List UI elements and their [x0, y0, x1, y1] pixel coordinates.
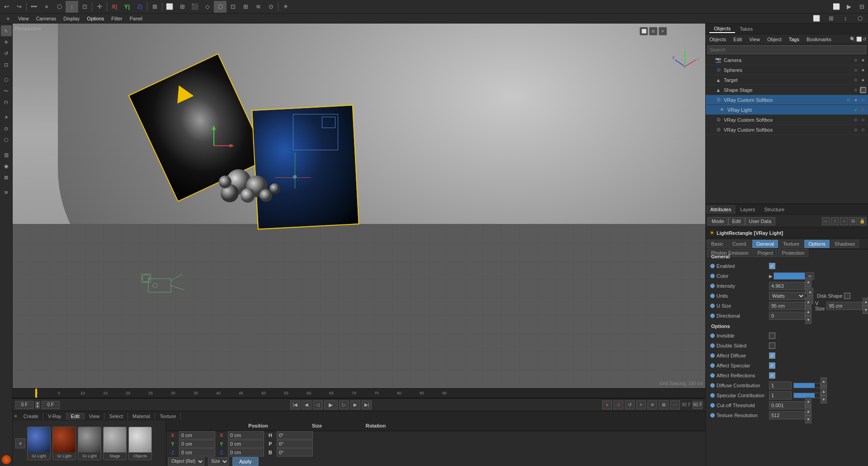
rot-b-input[interactable]	[277, 448, 313, 456]
end-frame-btn[interactable]: 90 F	[693, 401, 703, 409]
menu-filter[interactable]: Filter	[108, 15, 126, 22]
vp-close-btn[interactable]: ✕	[659, 27, 667, 35]
left-mat-btn[interactable]: ◉	[1, 161, 12, 171]
layout-btn4[interactable]: ⬡	[854, 13, 866, 24]
left-scene-btn[interactable]: ⬡	[1, 134, 12, 145]
record-btn[interactable]: ●	[602, 400, 612, 409]
obj-item-camera[interactable]: 📷 Camera ⊙ ■	[706, 55, 868, 65]
render-region[interactable]: ⊞	[176, 1, 189, 13]
co-up[interactable]: ▲	[805, 397, 811, 405]
redo-btn[interactable]: ↪	[13, 1, 25, 13]
go-end-btn[interactable]: ▶|	[362, 400, 372, 409]
render-shade[interactable]: ⬡	[214, 1, 226, 13]
enabled-checkbox[interactable]	[769, 263, 775, 269]
timeline-mode-btn[interactable]: ≋	[647, 400, 657, 409]
attr-fwd-btn[interactable]: →	[840, 217, 848, 225]
pos-x-input[interactable]	[179, 431, 215, 439]
tab-vray[interactable]: V-Ray	[43, 413, 66, 420]
attr-back-btn[interactable]: ←	[822, 217, 830, 225]
axis-x[interactable]: X|	[108, 1, 121, 13]
vsb1-dot-btn[interactable]: ⊙	[860, 97, 866, 103]
om-bookmarks[interactable]: Bookmarks	[803, 36, 835, 43]
attr-mode-btn[interactable]: Mode	[708, 217, 728, 225]
dir-down[interactable]: ▼	[805, 316, 811, 324]
cutoff-radio[interactable]	[710, 403, 715, 408]
tab-texture[interactable]: Texture	[155, 413, 181, 420]
layout-btn1[interactable]: ⬜	[810, 13, 823, 24]
units-up[interactable]: ▲	[807, 288, 813, 296]
render-sym[interactable]: ⊞	[239, 1, 252, 13]
tab-material[interactable]: Material	[128, 413, 155, 420]
next-key-btn[interactable]: ▷	[339, 400, 349, 409]
color-radio[interactable]	[710, 274, 715, 278]
doublesided-radio[interactable]	[710, 343, 715, 348]
left-select-btn[interactable]: ↖	[1, 25, 12, 36]
om-tags[interactable]: Tags	[785, 36, 803, 43]
om-edit[interactable]: Edit	[730, 36, 745, 43]
tab-objects[interactable]: Objects	[709, 25, 735, 33]
diffusecont-radio[interactable]	[710, 383, 715, 388]
left-cam-btn[interactable]: ⊙	[1, 123, 12, 134]
obj-item-vray-light[interactable]: ☀ VRay Light ✓ ⊙	[706, 105, 868, 115]
tab-view[interactable]: View	[85, 413, 105, 420]
refresh-icon[interactable]: ↺	[863, 37, 866, 42]
prev-frame-btn[interactable]: ◀	[302, 400, 311, 409]
enabled-radio[interactable]	[710, 264, 715, 268]
center-viewport[interactable]: Perspective Grid Spacing: 100 cm Y X Z	[13, 24, 705, 388]
axis-z[interactable]: Z|	[133, 1, 146, 13]
coord-system-select[interactable]: Object (Rel)	[168, 457, 204, 466]
target-lock-btn[interactable]: ■	[860, 77, 866, 83]
obj-item-vray-softbox-1[interactable]: ⊙ VRay Custom Softbox ⊙ ■ ⊙	[706, 95, 868, 105]
vp-expand-btn[interactable]: ⬜	[640, 27, 648, 35]
snap-tool[interactable]: ⊠	[148, 1, 161, 13]
mode-points[interactable]: •••	[28, 1, 40, 13]
tr-down[interactable]: ▼	[805, 415, 811, 423]
left-spline-btn[interactable]: 〜	[1, 86, 12, 96]
tab-select[interactable]: Select	[104, 413, 128, 420]
doublesided-checkbox[interactable]	[769, 342, 775, 349]
affectdiffuse-radio[interactable]	[710, 353, 715, 358]
affectdiffuse-checkbox[interactable]	[769, 352, 775, 359]
invisible-radio[interactable]	[710, 333, 715, 338]
attr-tab-layers[interactable]: Layers	[736, 205, 760, 214]
attr-edit-btn[interactable]: Edit	[728, 217, 745, 225]
tab-edit[interactable]: Edit	[66, 413, 85, 420]
subtab-basic[interactable]: Basic	[707, 240, 727, 248]
left-anim-btn[interactable]: ≋	[1, 187, 12, 198]
directional-radio[interactable]	[710, 314, 715, 318]
om-view[interactable]: View	[745, 36, 764, 43]
usize-up[interactable]: ▲	[805, 298, 811, 306]
vsize-up[interactable]: ▲	[863, 298, 868, 306]
tab-takes[interactable]: Takes	[735, 25, 757, 33]
vsb3-dot-btn[interactable]: ⊙	[860, 127, 866, 133]
light-btn[interactable]: ☀	[279, 1, 292, 13]
frame-down-btn[interactable]: ▼	[35, 405, 40, 409]
vp-split-btn[interactable]: ⊞	[649, 27, 657, 35]
search-input[interactable]	[708, 45, 866, 54]
ss-thumb-btn[interactable]: ⬛	[860, 87, 866, 93]
material-thumb-5[interactable]: Objects	[128, 427, 152, 460]
left-move-btn[interactable]: ✛	[1, 37, 12, 48]
more-btn[interactable]: ⋯	[670, 400, 680, 409]
vl-dot-btn[interactable]: ⊙	[860, 107, 866, 113]
vsb1-lock-btn[interactable]: ■	[853, 97, 859, 103]
render-tex[interactable]: ⊡	[226, 1, 239, 13]
om-objects[interactable]: Objects	[706, 36, 730, 43]
usize-radio[interactable]	[710, 304, 715, 308]
mode-poly[interactable]: ⬡	[53, 1, 66, 13]
intensity-radio[interactable]	[710, 284, 715, 288]
subtab-options[interactable]: Options	[804, 240, 830, 248]
render-settings-btn[interactable]: ⊟	[855, 1, 868, 13]
layout-btn2[interactable]: ⊞	[825, 13, 837, 24]
dir-up[interactable]: ▲	[805, 308, 811, 316]
vsb2-dot-btn[interactable]: ⊙	[860, 117, 866, 123]
render-cube[interactable]: ⬛	[189, 1, 201, 13]
vl-check-btn[interactable]: ✓	[853, 107, 859, 113]
target-vis-btn[interactable]: ⊙	[853, 77, 859, 83]
filter-icon[interactable]: ⬜	[856, 37, 862, 42]
obj-item-vray-softbox-3[interactable]: ⊙ VRay Custom Softbox ⊙ ⊙	[706, 125, 868, 135]
add-key-btn[interactable]: +	[636, 400, 646, 409]
intensity-up[interactable]: ▲	[805, 278, 811, 286]
obj-item-spheres[interactable]: ⊙ Spheres ⊙ ■	[706, 65, 868, 75]
axis-y[interactable]: Y|	[121, 1, 133, 13]
